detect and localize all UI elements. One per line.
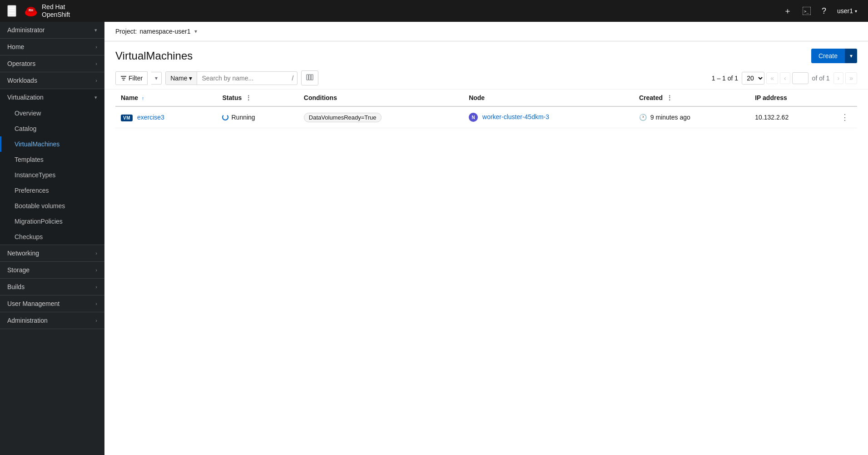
filter-dropdown-button[interactable]: ▾ bbox=[151, 72, 162, 85]
sidebar-admin-chevron: ▾ bbox=[94, 27, 97, 33]
page-number-input[interactable]: 1 bbox=[792, 72, 808, 84]
create-button-group: Create ▾ bbox=[811, 49, 857, 63]
cell-created: 🕐 9 minutes ago bbox=[634, 106, 749, 128]
cell-status: Running bbox=[217, 106, 298, 128]
brand-name: Red Hat OpenShift bbox=[42, 3, 70, 19]
add-button[interactable]: ＋ bbox=[780, 3, 795, 19]
pagination-info: 1 – 1 of 1 bbox=[712, 75, 738, 82]
sidebar-admin-section: Administrator ▾ bbox=[0, 22, 104, 39]
clock-icon: 🕐 bbox=[639, 114, 647, 121]
sidebar-item-storage[interactable]: Storage › bbox=[0, 262, 104, 278]
sidebar-item-bootable-volumes[interactable]: Bootable volumes bbox=[0, 198, 104, 214]
sidebar-item-operators[interactable]: Operators › bbox=[0, 55, 104, 72]
sidebar-item-virtualization[interactable]: Virtualization ▾ bbox=[0, 89, 104, 105]
project-name: namespace-user1 bbox=[139, 28, 190, 35]
sidebar-builds-section: Builds › bbox=[0, 279, 104, 295]
search-input[interactable] bbox=[197, 72, 288, 85]
sidebar-item-virtualmachines[interactable]: VirtualMachines bbox=[0, 136, 104, 152]
sidebar-item-migration-policies[interactable]: MigrationPolicies bbox=[0, 214, 104, 229]
create-button-caret[interactable]: ▾ bbox=[845, 49, 857, 63]
operators-chevron-icon: › bbox=[95, 61, 97, 66]
cell-row-actions: ⋮ bbox=[833, 106, 857, 128]
sidebar: Administrator ▾ Home › Operators › Workl… bbox=[0, 22, 104, 455]
vm-name-link[interactable]: exercise3 bbox=[137, 114, 164, 121]
filter-icon bbox=[120, 75, 127, 81]
create-button[interactable]: Create bbox=[811, 49, 845, 63]
sidebar-storage-section: Storage › bbox=[0, 262, 104, 279]
project-label-text: Project: bbox=[115, 28, 137, 35]
virtualization-chevron-icon: ▾ bbox=[94, 95, 97, 100]
topnav: ☰ RH Red Hat OpenShift ＋ >_ ? user1 ▾ bbox=[0, 0, 868, 22]
pagination: 1 – 1 of 1 20 « ‹ 1 of of 1 › » bbox=[712, 72, 857, 85]
search-slash: / bbox=[288, 72, 297, 85]
user-menu[interactable]: user1 ▾ bbox=[833, 5, 861, 17]
col-header-status: Status ⋮ bbox=[217, 90, 298, 106]
prev-page-button[interactable]: ‹ bbox=[780, 72, 790, 84]
table-body: VM exercise3 Running DataVolumesReady=Tr… bbox=[115, 106, 857, 128]
sidebar-workloads-section: Workloads › bbox=[0, 72, 104, 89]
vm-table: Name ↑ Status ⋮ Conditions Node bbox=[115, 90, 857, 128]
user-management-chevron-icon: › bbox=[95, 301, 97, 306]
col-header-conditions: Conditions bbox=[298, 90, 463, 106]
sidebar-admin-label: Administrator bbox=[7, 26, 45, 34]
sidebar-item-instancetypes[interactable]: InstanceTypes bbox=[0, 167, 104, 183]
sidebar-item-checkups[interactable]: Checkups bbox=[0, 229, 104, 245]
table-row: VM exercise3 Running DataVolumesReady=Tr… bbox=[115, 106, 857, 128]
node-type-badge: N bbox=[469, 113, 478, 122]
sidebar-item-administrator[interactable]: Administrator ▾ bbox=[0, 22, 104, 38]
sidebar-item-preferences[interactable]: Preferences bbox=[0, 183, 104, 198]
terminal-icon: >_ bbox=[803, 7, 811, 15]
table-header: Name ↑ Status ⋮ Conditions Node bbox=[115, 90, 857, 106]
sidebar-administration-section: Administration › bbox=[0, 312, 104, 329]
status-col-options-icon[interactable]: ⋮ bbox=[245, 94, 252, 101]
sidebar-operators-section: Operators › bbox=[0, 55, 104, 72]
project-dropdown-button[interactable]: ▾ bbox=[193, 27, 198, 35]
pagination-of-label: of of 1 bbox=[812, 75, 830, 82]
redhat-logo-icon: RH bbox=[24, 4, 38, 18]
created-col-options-icon[interactable]: ⋮ bbox=[666, 94, 673, 101]
help-button[interactable]: ? bbox=[818, 4, 830, 19]
terminal-button[interactable]: >_ bbox=[799, 4, 814, 18]
hamburger-button[interactable]: ☰ bbox=[7, 5, 16, 17]
brand-logo: RH Red Hat OpenShift bbox=[24, 3, 780, 19]
sidebar-item-administration[interactable]: Administration › bbox=[0, 312, 104, 329]
row-actions-button[interactable]: ⋮ bbox=[838, 111, 852, 123]
cell-conditions: DataVolumesReady=True bbox=[298, 106, 463, 128]
sort-asc-icon: ↑ bbox=[142, 95, 144, 101]
last-page-button[interactable]: » bbox=[845, 72, 857, 84]
name-filter-group: Name ▾ / bbox=[165, 71, 298, 85]
sidebar-item-catalog[interactable]: Catalog bbox=[0, 121, 104, 136]
first-page-button[interactable]: « bbox=[766, 72, 778, 84]
columns-button[interactable] bbox=[301, 70, 318, 85]
page-title: VirtualMachines bbox=[115, 50, 193, 62]
vm-table-wrap: Name ↑ Status ⋮ Conditions Node bbox=[104, 90, 868, 455]
node-name-link[interactable]: worker-cluster-45dkm-3 bbox=[482, 113, 549, 120]
sidebar-item-networking[interactable]: Networking › bbox=[0, 245, 104, 261]
status-running-indicator: Running bbox=[222, 114, 293, 121]
sidebar-item-templates[interactable]: Templates bbox=[0, 152, 104, 167]
pagination-per-page[interactable]: 20 bbox=[742, 72, 764, 85]
filter-button[interactable]: Filter bbox=[115, 71, 148, 85]
sidebar-item-home[interactable]: Home › bbox=[0, 39, 104, 55]
sidebar-item-workloads[interactable]: Workloads › bbox=[0, 72, 104, 89]
sidebar-item-overview[interactable]: Overview bbox=[0, 105, 104, 121]
svg-text:>_: >_ bbox=[804, 9, 809, 14]
svg-rect-9 bbox=[309, 75, 311, 80]
cell-ip: 10.132.2.62 bbox=[749, 106, 833, 128]
home-chevron-icon: › bbox=[95, 44, 97, 50]
col-header-ip: IP address bbox=[749, 90, 833, 106]
cell-name: VM exercise3 bbox=[115, 106, 217, 128]
col-header-name[interactable]: Name ↑ bbox=[115, 90, 217, 106]
sidebar-item-builds[interactable]: Builds › bbox=[0, 279, 104, 295]
sidebar-virtualization-section: Virtualization ▾ Overview Catalog Virtua… bbox=[0, 89, 104, 245]
storage-chevron-icon: › bbox=[95, 267, 97, 273]
toolbar: Filter ▾ Name ▾ / 1 – 1 of bbox=[104, 67, 868, 90]
columns-icon bbox=[306, 74, 313, 81]
app-layout: Administrator ▾ Home › Operators › Workl… bbox=[0, 22, 868, 455]
next-page-button[interactable]: › bbox=[833, 72, 844, 84]
project-bar: Project: namespace-user1 ▾ bbox=[104, 22, 868, 41]
sidebar-item-user-management[interactable]: User Management › bbox=[0, 295, 104, 312]
topnav-actions: ＋ >_ ? user1 ▾ bbox=[780, 3, 861, 19]
running-spin-icon bbox=[222, 114, 228, 120]
main-content: Project: namespace-user1 ▾ VirtualMachin… bbox=[104, 22, 868, 455]
